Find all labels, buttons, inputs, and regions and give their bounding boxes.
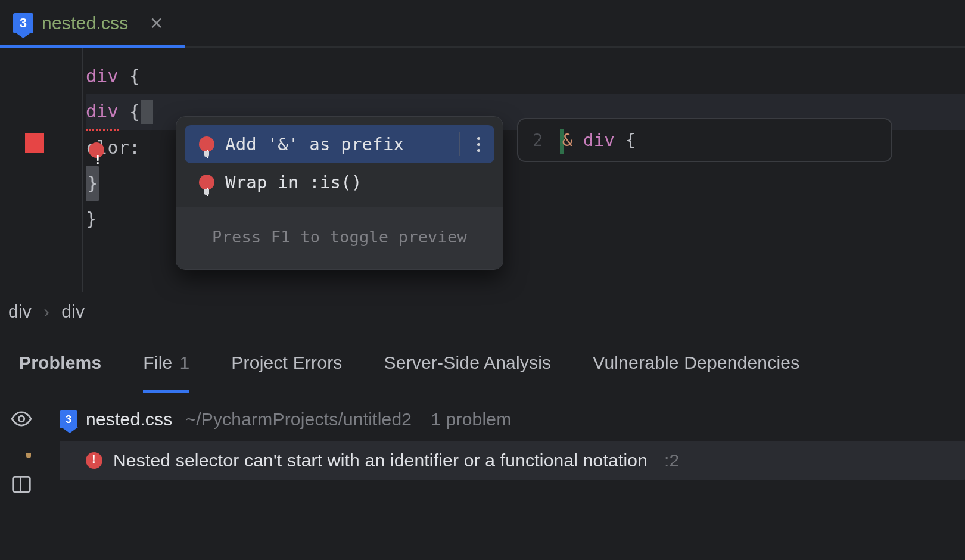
preview-text: {	[625, 130, 636, 150]
code-text: div	[86, 94, 119, 131]
svg-point-0	[18, 416, 24, 422]
problems-file-name: nested.css	[86, 409, 172, 430]
intention-item-wrap-in-is[interactable]: Wrap in :is()	[185, 163, 494, 201]
intention-label: Add '&' as prefix	[225, 126, 449, 162]
code-text: {	[119, 94, 141, 130]
code-text: }	[86, 201, 96, 237]
layout-toggle-icon[interactable]	[10, 473, 33, 498]
problems-panel-tab-bar: Problems File 1 Project Errors Server-Si…	[0, 331, 965, 393]
breadcrumb-segment[interactable]: div	[8, 301, 32, 322]
problems-file-summary: 1 problem	[431, 409, 511, 430]
preview-line-number: 2	[533, 122, 543, 158]
problem-text: Nested selector can't start with an iden…	[113, 450, 648, 471]
gutter-color-swatch-icon[interactable]	[25, 133, 44, 153]
quickfix-bulb-icon	[199, 136, 214, 152]
tab-count: 1	[179, 353, 189, 373]
editor-gutter	[0, 48, 83, 292]
quickfix-bulb-icon	[199, 175, 214, 190]
code-text: {	[119, 58, 141, 94]
tab-server-side-analysis[interactable]: Server-Side Analysis	[384, 332, 552, 393]
tab-vulnerable-dependencies[interactable]: Vulnerable Dependencies	[593, 332, 799, 393]
breadcrumb-segment[interactable]: div	[61, 301, 85, 322]
breadcrumb: div › div	[0, 292, 965, 331]
tab-project-errors[interactable]: Project Errors	[231, 332, 342, 393]
intention-preview: 2 & div {	[517, 118, 892, 162]
error-marker-icon[interactable]	[89, 142, 104, 158]
intention-item-add-amp-prefix[interactable]: Add '&' as prefix	[185, 125, 494, 163]
problems-file-header[interactable]: 3 nested.css ~/PycharmProjects/untitled2…	[60, 404, 965, 435]
intention-footer-hint: Press F1 to toggle preview	[176, 207, 503, 269]
preview-text: div	[583, 130, 615, 150]
tab-file[interactable]: File 1	[143, 332, 189, 393]
more-options-icon[interactable]	[471, 137, 486, 152]
caret-icon	[141, 100, 153, 124]
highlight-toggle-icon[interactable]	[10, 407, 33, 433]
css-file-icon: 3	[60, 410, 77, 428]
code-editor[interactable]: div { div { clor: } } Add '&' as prefix …	[83, 48, 965, 292]
separator	[459, 132, 460, 156]
problems-file-path: ~/PycharmProjects/untitled2	[185, 409, 412, 430]
css-file-icon: 3	[13, 13, 33, 33]
chevron-right-icon: ›	[43, 301, 49, 322]
code-text: div	[86, 58, 119, 94]
problem-item[interactable]: Nested selector can't start with an iden…	[60, 441, 965, 480]
error-icon	[86, 452, 102, 469]
editor-tab-nested-css[interactable]: 3 nested.css ✕	[0, 0, 179, 46]
problems-toolbar	[0, 393, 43, 560]
svg-rect-1	[13, 477, 30, 491]
panel-title-problems: Problems	[19, 332, 101, 393]
intention-label: Wrap in :is()	[225, 164, 486, 200]
problem-location: :2	[664, 450, 679, 471]
tab-label: File	[143, 353, 172, 373]
editor-tab-bar: 3 nested.css ✕	[0, 0, 965, 48]
problems-list: 3 nested.css ~/PycharmProjects/untitled2…	[43, 393, 965, 560]
tab-filename: nested.css	[42, 13, 128, 33]
intention-popup: Add '&' as prefix Wrap in :is() Press F1…	[176, 116, 503, 270]
close-tab-icon[interactable]: ✕	[150, 14, 163, 33]
preview-text: &	[562, 130, 573, 150]
